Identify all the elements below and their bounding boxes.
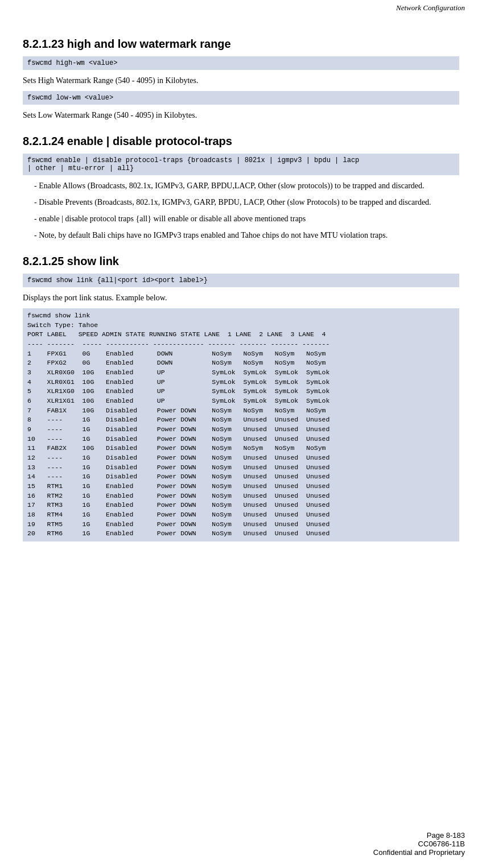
section-23-heading: 8.2.1.23 high and low watermark range bbox=[23, 38, 459, 51]
bullet-2: Disable Prevents (Broadcasts, 802.1x, IG… bbox=[34, 196, 459, 208]
section-24-heading: 8.2.1.24 enable | disable protocol-traps bbox=[23, 135, 459, 148]
footer-classification: Confidential and Proprietary bbox=[373, 848, 465, 857]
section-24-bullets: Enable Allows (Broadcasts, 802.1x, IGMPv… bbox=[34, 180, 459, 241]
section-23-code2: fswcmd low-wm <value> bbox=[23, 91, 459, 105]
section-24-code: fswcmd enable | disable protocol-traps {… bbox=[23, 154, 459, 175]
footer-page: Page 8-183 bbox=[373, 831, 465, 840]
bullet-1: Enable Allows (Broadcasts, 802.1x, IGMPv… bbox=[34, 180, 459, 192]
section-23-desc1: Sets High Watermark Range (540 - 4095) i… bbox=[23, 75, 459, 86]
section-25-code1: fswcmd show link {all|<port id><port lab… bbox=[23, 274, 459, 287]
footer-doc: CC06786-11B bbox=[373, 840, 465, 848]
section-23-code1: fswcmd high-wm <value> bbox=[23, 56, 459, 70]
page-header: Network Configuration bbox=[0, 0, 482, 13]
section-23-desc2: Sets Low Watermark Range (540 - 4095) in… bbox=[23, 109, 459, 121]
section-25-heading: 8.2.1.25 show link bbox=[23, 255, 459, 268]
page-content: 8.2.1.23 high and low watermark range fs… bbox=[0, 13, 482, 580]
bullet-4: Note, by default Bali chips have no IGMP… bbox=[34, 229, 459, 241]
section-25-desc1: Displays the port link status. Example b… bbox=[23, 292, 459, 304]
page-footer: Page 8-183 CC06786-11B Confidential and … bbox=[373, 831, 465, 857]
bullet-3: enable | disable protocol traps {all} wi… bbox=[34, 213, 459, 225]
header-title: Network Configuration bbox=[396, 3, 465, 12]
section-25-table: fswcmd show link Switch Type: Tahoe PORT… bbox=[23, 308, 459, 542]
